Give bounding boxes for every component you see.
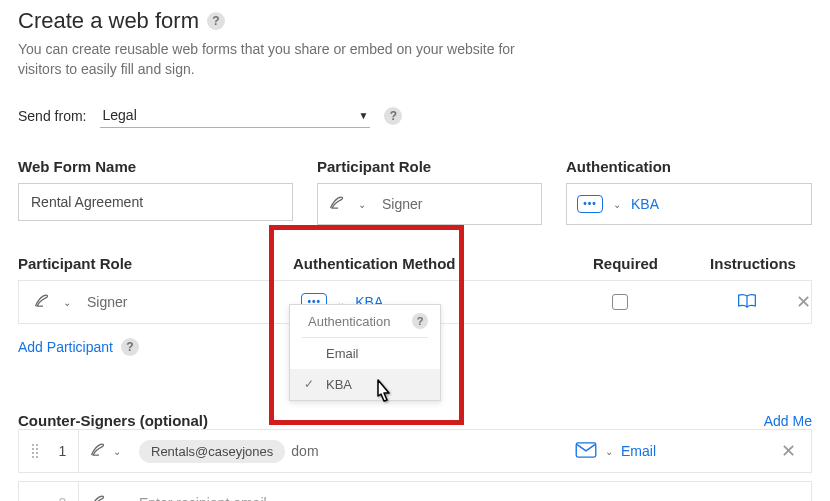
- counter-signer-email-field[interactable]: Rentals@caseyjonesdom: [131, 440, 575, 463]
- help-icon[interactable]: ?: [121, 338, 139, 356]
- drag-handle-icon[interactable]: [19, 444, 47, 458]
- row-number: 1: [47, 430, 79, 472]
- dropdown-option-email[interactable]: Email: [290, 338, 440, 369]
- participant-role-value: Signer: [87, 294, 127, 310]
- counter-signer-auth-select[interactable]: ⌄ Email: [575, 442, 765, 461]
- svg-rect-0: [576, 443, 596, 457]
- counter-signer-role-select[interactable]: ⌄: [79, 492, 131, 501]
- row-number: 2: [47, 482, 79, 501]
- chevron-down-icon: ⌄: [113, 446, 121, 457]
- page-subtitle: You can create reusable web forms that y…: [18, 40, 538, 79]
- help-icon[interactable]: ?: [207, 12, 225, 30]
- help-icon[interactable]: ?: [412, 313, 428, 329]
- send-from-value: Legal: [102, 107, 136, 123]
- email-tail: dom: [291, 443, 318, 459]
- participant-role-label: Participant Role: [18, 255, 293, 272]
- pen-icon: [33, 291, 53, 314]
- remove-icon[interactable]: ✕: [796, 291, 811, 313]
- authentication-label: Authentication: [566, 158, 812, 175]
- pen-icon: [328, 193, 348, 216]
- chevron-down-icon: ▼: [359, 110, 369, 121]
- participant-role-value: Signer: [382, 196, 422, 212]
- counter-signer-row: 2 ⌄ Enter recipient email: [18, 481, 812, 501]
- pen-icon: [89, 492, 109, 501]
- dropdown-header: Authentication: [308, 314, 390, 329]
- help-icon[interactable]: ?: [384, 107, 402, 125]
- remove-icon[interactable]: ✕: [781, 440, 796, 462]
- pen-icon: [89, 440, 109, 463]
- counter-signer-email-input[interactable]: Enter recipient email: [131, 495, 811, 501]
- chevron-down-icon: ⌄: [358, 199, 366, 210]
- authentication-method-label: Authentication Method: [293, 255, 548, 272]
- envelope-icon: [575, 442, 597, 461]
- chevron-down-icon: ⌄: [613, 199, 621, 210]
- web-form-name-input[interactable]: [18, 183, 293, 221]
- participant-role-label: Participant Role: [317, 158, 542, 175]
- participant-role-select[interactable]: ⌄ Signer: [19, 291, 291, 314]
- required-checkbox[interactable]: [612, 294, 628, 310]
- email-chip[interactable]: Rentals@caseyjones: [139, 440, 285, 463]
- add-me-link[interactable]: Add Me: [764, 413, 812, 429]
- counter-signers-label: Counter-Signers (optional): [18, 412, 208, 429]
- chevron-down-icon: ⌄: [605, 446, 613, 457]
- counter-signer-role-select[interactable]: ⌄: [79, 440, 131, 463]
- send-from-select[interactable]: Legal ▼: [100, 103, 370, 128]
- required-label: Required: [548, 255, 703, 272]
- authentication-method-dropdown: Authentication ? Email KBA: [289, 304, 441, 401]
- password-badge-icon: •••: [577, 195, 603, 213]
- authentication-select[interactable]: ••• ⌄ KBA: [566, 183, 812, 225]
- authentication-value: KBA: [631, 196, 659, 212]
- web-form-name-label: Web Form Name: [18, 158, 293, 175]
- chevron-down-icon: ⌄: [63, 297, 71, 308]
- page-title: Create a web form: [18, 8, 199, 34]
- instructions-label: Instructions: [703, 255, 803, 272]
- counter-signer-row: 1 ⌄ Rentals@caseyjonesdom ⌄ Email ✕: [18, 429, 812, 473]
- participant-role-select[interactable]: ⌄ Signer: [317, 183, 542, 225]
- send-from-label: Send from:: [18, 108, 86, 124]
- dropdown-option-kba[interactable]: KBA: [290, 369, 440, 400]
- counter-signer-auth-value: Email: [621, 443, 656, 459]
- add-participant-link[interactable]: Add Participant: [18, 339, 113, 355]
- instructions-icon[interactable]: [737, 292, 757, 313]
